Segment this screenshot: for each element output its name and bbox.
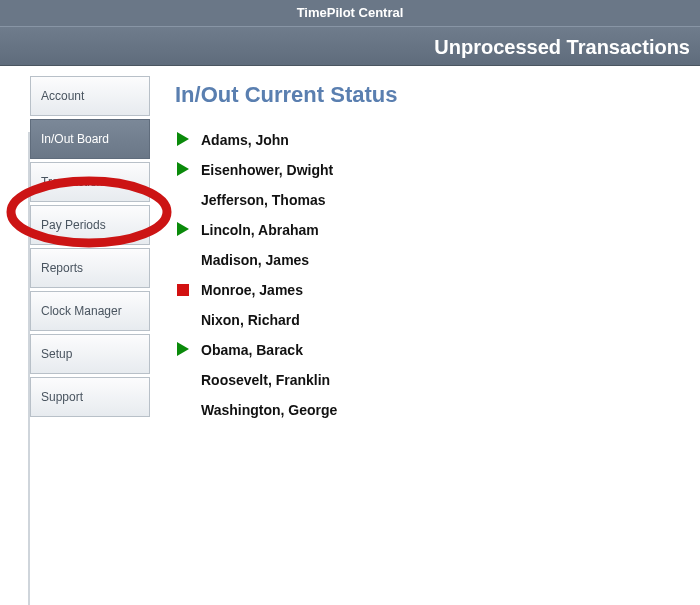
employee-row[interactable]: Roosevelt, Franklin bbox=[175, 372, 690, 388]
status-in-icon bbox=[175, 162, 191, 178]
status-in-icon bbox=[175, 132, 191, 148]
sidebar-item-account[interactable]: Account bbox=[30, 76, 150, 116]
app-subtitle: Unprocessed Transactions bbox=[434, 36, 690, 58]
employee-row[interactable]: Jefferson, Thomas bbox=[175, 192, 690, 208]
sidebar-item-label: Reports bbox=[41, 261, 83, 275]
employee-name: Monroe, James bbox=[201, 282, 303, 298]
employee-name: Madison, James bbox=[201, 252, 309, 268]
employee-name: Lincoln, Abraham bbox=[201, 222, 319, 238]
sidebar-item-label: Pay Periods bbox=[41, 218, 106, 232]
employee-row[interactable]: Adams, John bbox=[175, 132, 690, 148]
employee-list: Adams, JohnEisenhower, DwightJefferson, … bbox=[175, 132, 690, 418]
employee-row[interactable]: Washington, George bbox=[175, 402, 690, 418]
employee-row[interactable]: Obama, Barack bbox=[175, 342, 690, 358]
status-none-icon bbox=[175, 252, 191, 268]
employee-row[interactable]: Eisenhower, Dwight bbox=[175, 162, 690, 178]
app-subheader: Unprocessed Transactions bbox=[0, 26, 700, 66]
employee-name: Nixon, Richard bbox=[201, 312, 300, 328]
sidebar-item-label: Setup bbox=[41, 347, 72, 361]
sidebar-edge bbox=[28, 132, 30, 605]
employee-name: Adams, John bbox=[201, 132, 289, 148]
sidebar-container: Account In/Out Board Transactions Pay Pe… bbox=[0, 66, 155, 605]
status-none-icon bbox=[175, 312, 191, 328]
main-area: Account In/Out Board Transactions Pay Pe… bbox=[0, 66, 700, 605]
sidebar-item-pay-periods[interactable]: Pay Periods bbox=[30, 205, 150, 245]
employee-name: Jefferson, Thomas bbox=[201, 192, 325, 208]
status-in-icon bbox=[175, 222, 191, 238]
sidebar-item-setup[interactable]: Setup bbox=[30, 334, 150, 374]
sidebar-item-label: Transactions bbox=[41, 175, 109, 189]
employee-name: Obama, Barack bbox=[201, 342, 303, 358]
app-title: TimePilot Central bbox=[297, 5, 404, 20]
sidebar-item-label: Clock Manager bbox=[41, 304, 122, 318]
employee-name: Washington, George bbox=[201, 402, 337, 418]
status-out-icon bbox=[175, 282, 191, 298]
employee-row[interactable]: Nixon, Richard bbox=[175, 312, 690, 328]
employee-name: Eisenhower, Dwight bbox=[201, 162, 333, 178]
employee-name: Roosevelt, Franklin bbox=[201, 372, 330, 388]
employee-row[interactable]: Madison, James bbox=[175, 252, 690, 268]
sidebar-item-inout-board[interactable]: In/Out Board bbox=[30, 119, 150, 159]
sidebar: Account In/Out Board Transactions Pay Pe… bbox=[30, 76, 150, 417]
sidebar-item-clock-manager[interactable]: Clock Manager bbox=[30, 291, 150, 331]
page-title: In/Out Current Status bbox=[175, 82, 690, 108]
status-in-icon bbox=[175, 342, 191, 358]
sidebar-item-label: In/Out Board bbox=[41, 132, 109, 146]
sidebar-item-support[interactable]: Support bbox=[30, 377, 150, 417]
employee-row[interactable]: Monroe, James bbox=[175, 282, 690, 298]
sidebar-item-transactions[interactable]: Transactions bbox=[30, 162, 150, 202]
employee-row[interactable]: Lincoln, Abraham bbox=[175, 222, 690, 238]
sidebar-item-label: Support bbox=[41, 390, 83, 404]
app-titlebar: TimePilot Central bbox=[0, 0, 700, 26]
status-none-icon bbox=[175, 402, 191, 418]
content-area: In/Out Current Status Adams, JohnEisenho… bbox=[155, 66, 700, 605]
sidebar-item-label: Account bbox=[41, 89, 84, 103]
status-none-icon bbox=[175, 192, 191, 208]
sidebar-item-reports[interactable]: Reports bbox=[30, 248, 150, 288]
status-none-icon bbox=[175, 372, 191, 388]
